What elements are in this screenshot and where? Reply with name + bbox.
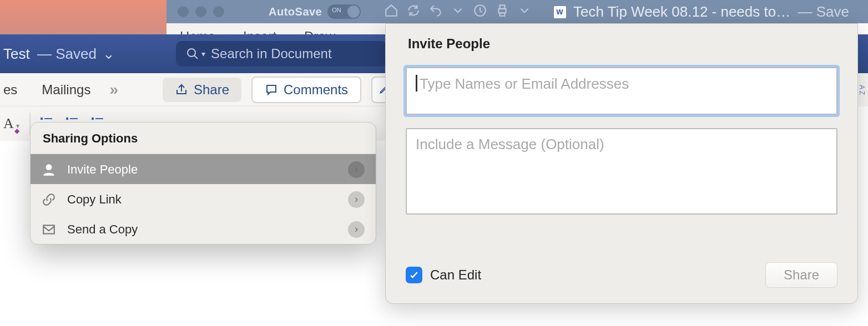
chevron-right-icon: ›: [348, 191, 365, 208]
person-icon: [42, 162, 56, 177]
print-icon[interactable]: [495, 3, 509, 20]
tab-partial[interactable]: es: [0, 79, 28, 101]
sharing-option-send-copy[interactable]: Send a Copy ›: [31, 214, 376, 244]
traffic-light-minimize-icon: [195, 6, 206, 17]
svg-rect-6: [43, 225, 54, 233]
svg-rect-3: [500, 13, 505, 16]
chevron-down-icon[interactable]: [517, 3, 532, 20]
svg-rect-2: [500, 5, 505, 9]
names-input[interactable]: Type Names or Email Addresses: [406, 67, 837, 115]
message-input[interactable]: Include a Message (Optional): [406, 128, 837, 215]
sharing-options-popover: Sharing Options Invite People › Copy Lin…: [30, 122, 376, 244]
search-icon: [186, 47, 199, 60]
font-color-button[interactable]: A◆: [3, 115, 14, 132]
chevron-down-icon[interactable]: [451, 3, 465, 20]
names-placeholder: Type Names or Email Addresses: [420, 75, 629, 92]
popover-title: Sharing Options: [31, 123, 376, 154]
doc-title: Test — Saved ⌄: [3, 45, 115, 63]
traffic-light-zoom-icon: [213, 6, 224, 17]
undo-icon[interactable]: [428, 3, 443, 20]
background-doc-title: Tech Tip Week 08.12 - needs to… — Save: [554, 3, 849, 21]
panel-title: Invite People: [386, 24, 857, 64]
share-icon: [175, 83, 188, 96]
sharing-option-invite-people[interactable]: Invite People ›: [31, 154, 376, 184]
popover-arrow-icon: [375, 161, 376, 179]
chevron-down-icon[interactable]: ⌄: [103, 45, 115, 62]
link-icon: [42, 192, 56, 207]
chevron-right-icon: ›: [348, 161, 365, 178]
word-doc-icon: [554, 6, 566, 18]
home-icon[interactable]: [384, 3, 398, 20]
background-app-fragment: [0, 0, 166, 34]
sharing-option-copy-link[interactable]: Copy Link ›: [31, 184, 376, 214]
background-window-titlebar: AutoSave Tech Tip Week 08.12 - needs to……: [166, 0, 868, 23]
message-placeholder: Include a Message (Optional): [416, 136, 604, 152]
search-placeholder: Search in Document: [211, 46, 331, 62]
can-edit-checkbox[interactable]: Can Edit: [406, 267, 481, 283]
comments-button[interactable]: Comments: [251, 77, 361, 103]
sync-icon[interactable]: [406, 3, 421, 20]
share-button[interactable]: Share: [163, 78, 241, 102]
tabs-overflow-icon[interactable]: »: [104, 81, 124, 99]
comment-icon: [265, 83, 278, 96]
chevron-down-icon[interactable]: ▾: [201, 49, 205, 58]
history-icon[interactable]: [473, 3, 487, 20]
autosave-label: AutoSave: [269, 6, 322, 18]
autosave-toggle[interactable]: [327, 4, 361, 19]
envelope-icon: [42, 222, 56, 237]
traffic-light-close-icon: [178, 6, 189, 17]
svg-point-5: [47, 165, 52, 170]
checkbox-checked-icon: [406, 267, 422, 283]
text-cursor-icon: [416, 75, 417, 91]
chevron-right-icon: ›: [348, 221, 365, 238]
share-submit-button[interactable]: Share: [765, 262, 837, 288]
search-input[interactable]: ▾ Search in Document: [176, 41, 387, 67]
svg-point-4: [188, 49, 195, 57]
invite-people-panel: Invite People Type Names or Email Addres…: [385, 23, 858, 304]
svg-rect-1: [499, 9, 506, 13]
tab-mailings[interactable]: Mailings: [28, 79, 104, 101]
